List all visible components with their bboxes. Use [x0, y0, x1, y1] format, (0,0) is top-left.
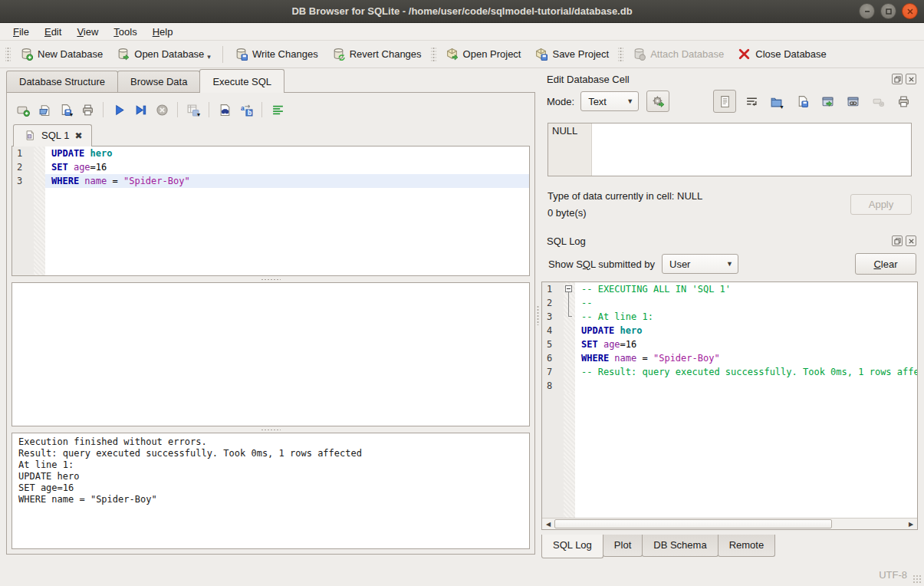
menu-file[interactable]: File: [6, 25, 36, 39]
menu-edit[interactable]: Edit: [38, 25, 68, 39]
panel-splitter[interactable]: [535, 69, 541, 561]
open-project-button[interactable]: Open Project: [439, 44, 528, 64]
execute-all-button[interactable]: [109, 100, 129, 120]
open-sql-file-icon: [38, 104, 51, 117]
code-line-5: 5SET age=16: [542, 337, 917, 351]
format-sql-button[interactable]: [268, 100, 288, 120]
submitted-by-select[interactable]: User ▼: [662, 254, 738, 274]
print-cell-button[interactable]: [893, 91, 913, 111]
maximize-button[interactable]: [880, 3, 896, 19]
menubar: FileEditViewToolsHelp: [0, 23, 924, 41]
execution-log[interactable]: Execution finished without errors.Result…: [12, 433, 530, 549]
revert-changes-button[interactable]: Revert Changes: [325, 44, 429, 64]
toolbar-handle: [431, 46, 436, 63]
toolbar-separator: [177, 102, 178, 117]
new-database-button[interactable]: New Database: [13, 44, 110, 64]
scrollbar-track: [832, 519, 905, 529]
write-changes-button[interactable]: Write Changes: [228, 44, 325, 64]
toolbar-separator: [222, 46, 223, 63]
copy-cell-link-icon: [847, 95, 860, 108]
minimize-button[interactable]: [859, 3, 875, 19]
filter-label: Show SQL submitted by: [548, 258, 655, 270]
copy-cell-link-button[interactable]: [843, 91, 863, 111]
resize-grip[interactable]: [912, 574, 922, 584]
titlebar: DB Browser for SQLite - /home/user/code/…: [0, 0, 924, 23]
find-in-sql-button[interactable]: [215, 100, 235, 120]
toolbar-handle: [618, 46, 623, 63]
chevron-down-icon: ▼: [726, 260, 733, 268]
sql-editor[interactable]: 1UPDATE hero2SET age=163WHERE name = "Sp…: [12, 146, 530, 276]
import-cell-data-button[interactable]: ▾: [767, 91, 787, 111]
menu-tools[interactable]: Tools: [107, 25, 143, 39]
proj-open-icon: [446, 48, 459, 61]
editor-results-splitter[interactable]: [12, 276, 530, 282]
log-horizontal-scrollbar[interactable]: ◀ ▶: [542, 518, 917, 529]
print-cell-icon: [897, 95, 910, 108]
execute-current-line-button[interactable]: [130, 100, 150, 120]
sql-toolbar: ▾▾ab: [12, 96, 530, 123]
tab-browse-data[interactable]: Browse Data: [117, 71, 200, 93]
close-tab-icon[interactable]: ✖: [74, 130, 82, 141]
proj-save-icon: [534, 48, 547, 61]
results-pane[interactable]: [12, 282, 530, 426]
sql-doc-tab[interactable]: SQL 1 ✖: [13, 124, 92, 146]
replace-in-sql-button[interactable]: ab: [236, 100, 256, 120]
print-sql-icon: [81, 104, 94, 117]
close-panel-icon[interactable]: [906, 235, 916, 246]
open-database-button[interactable]: Open Database▾: [110, 44, 218, 64]
cell-size-text: 0 byte(s): [547, 207, 702, 219]
code-line-7: 7-- Result: query executed successfully.…: [542, 365, 917, 379]
menu-help[interactable]: Help: [146, 25, 180, 39]
sql-log-view[interactable]: 1-- EXECUTING ALL IN 'SQL 1'2--3-- At li…: [541, 281, 918, 530]
results-log-splitter[interactable]: [12, 426, 530, 433]
apply-button-label: Apply: [869, 199, 894, 210]
cell-mode-row: Mode: Text ▼ ▾: [541, 87, 918, 115]
new-sql-tab-icon: [17, 104, 30, 117]
edit-cell-dock-titlebar: Edit Database Cell: [541, 69, 918, 87]
close-panel-icon[interactable]: [906, 74, 916, 84]
db-write-icon: [235, 48, 248, 61]
word-wrap-button[interactable]: [742, 91, 761, 111]
chevron-down-icon[interactable]: ▾: [207, 53, 211, 61]
mode-label: Mode:: [547, 96, 574, 107]
dock-tab-db-schema[interactable]: DB Schema: [642, 535, 718, 557]
scroll-right-icon[interactable]: ▶: [905, 519, 917, 529]
toolbar-handle: [5, 46, 11, 63]
dock-tab-plot[interactable]: Plot: [603, 535, 643, 557]
apply-button[interactable]: Apply: [850, 194, 912, 215]
execution-log-line: Result: query executed successfully. Too…: [18, 448, 523, 459]
dock-tab-remote[interactable]: Remote: [718, 535, 776, 557]
cell-value-gutter: NULL: [548, 123, 592, 176]
mode-select[interactable]: Text ▼: [580, 91, 639, 111]
open-in-external-button[interactable]: [817, 91, 837, 111]
cell-editor[interactable]: NULL: [547, 123, 912, 176]
new-sql-tab-button[interactable]: [13, 100, 33, 120]
float-panel-icon[interactable]: [892, 74, 903, 84]
scrollbar-thumb[interactable]: [554, 519, 832, 528]
save-results-button: ▾: [183, 100, 203, 120]
text-view-button[interactable]: [713, 90, 736, 113]
dock-tab-sql-log[interactable]: SQL Log: [541, 535, 603, 558]
save-project-button[interactable]: Save Project: [528, 44, 616, 64]
tab-execute-sql[interactable]: Execute SQL: [199, 69, 284, 93]
scroll-left-icon[interactable]: ◀: [542, 519, 554, 529]
attach-database-button: Attach Database: [626, 44, 731, 64]
word-wrap-icon: [745, 95, 758, 108]
cell-toolbar: ▾: [713, 90, 916, 113]
sql-log-filter-row: Show SQL submitted by User ▼ Clear: [541, 249, 918, 278]
export-cell-data-button[interactable]: [792, 91, 812, 111]
tab-database-structure[interactable]: Database Structure: [6, 71, 118, 93]
main-tabs: Database StructureBrowse DataExecute SQL: [6, 69, 535, 93]
code-line-2: 2SET age=16: [12, 160, 529, 174]
close-database-button[interactable]: Close Database: [731, 44, 834, 64]
menu-view[interactable]: View: [70, 25, 105, 39]
float-panel-icon[interactable]: [892, 235, 903, 246]
sql-doc-tab-label: SQL 1: [41, 130, 69, 141]
save-sql-file-button[interactable]: ▾: [56, 100, 76, 120]
open-sql-file-button[interactable]: [35, 100, 54, 120]
stop-execution-icon: [156, 104, 169, 117]
clear-log-button[interactable]: Clear: [855, 253, 916, 275]
auto-switch-mode-button[interactable]: [646, 91, 669, 112]
print-sql-button[interactable]: [77, 100, 97, 120]
close-button[interactable]: [902, 3, 918, 19]
